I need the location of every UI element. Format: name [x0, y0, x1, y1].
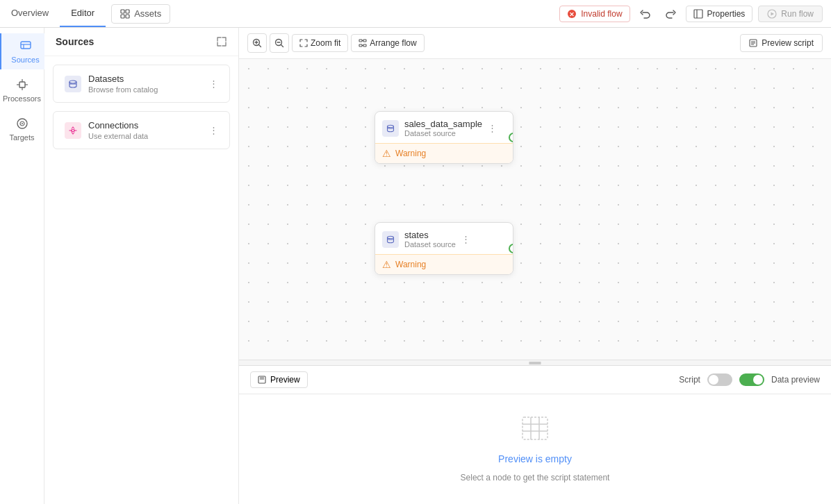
node1-connector[interactable]: [509, 133, 513, 142]
warning1-icon: ⚠: [382, 148, 391, 159]
connections-svg: [68, 126, 78, 135]
connections-title: Connections: [88, 120, 202, 131]
canvas-area: Zoom fit Arrange flow: [239, 28, 831, 360]
script-icon: [749, 39, 757, 47]
datasets-card[interactable]: Datasets Browse from catalog ⋮: [53, 65, 230, 103]
svg-line-30: [281, 45, 283, 47]
properties-button[interactable]: Properties: [686, 6, 753, 22]
svg-point-20: [22, 123, 23, 124]
sources-icon: [19, 39, 33, 53]
connections-menu[interactable]: ⋮: [209, 125, 218, 135]
empty-desc: Select a node to get the script statemen…: [461, 473, 610, 482]
preview-script-button[interactable]: Preview script: [740, 34, 823, 52]
zoom-in-icon: [252, 38, 262, 48]
sources-panel: Sources Datasets Browse from catalog ⋮: [44, 28, 239, 504]
redo-icon: [665, 8, 676, 19]
dataset-svg: [68, 79, 78, 89]
processors-icon: [15, 78, 29, 92]
canvas-grid[interactable]: sales_data_sample Dataset source ⋮ ⚠ War…: [239, 59, 831, 360]
svg-rect-1: [126, 10, 129, 13]
datasets-title: Datasets: [88, 74, 202, 84]
flow-node-sales[interactable]: sales_data_sample Dataset source ⋮ ⚠ War…: [375, 111, 513, 164]
zoom-in-button[interactable]: [247, 33, 267, 53]
node2-title: states: [404, 230, 456, 240]
datasets-menu[interactable]: ⋮: [209, 78, 218, 89]
tab-editor[interactable]: Editor: [60, 0, 106, 27]
left-nav: Sources Processors Targets: [0, 28, 44, 504]
zoom-fit-icon: [299, 39, 308, 47]
svg-rect-34: [363, 44, 366, 47]
svg-rect-13: [19, 82, 25, 87]
data-preview-toggle[interactable]: [739, 373, 764, 386]
empty-table-icon: [518, 412, 552, 445]
connections-desc: Use external data: [88, 132, 202, 140]
svg-rect-2: [121, 15, 124, 18]
datasets-icon: [65, 76, 81, 92]
bottom-panel: Preview Script Data preview Preview: [239, 365, 831, 504]
properties-icon: [693, 9, 703, 19]
sidebar-item-sources[interactable]: Sources: [0, 33, 44, 69]
svg-text:✕: ✕: [569, 11, 575, 18]
targets-icon: [15, 117, 29, 131]
connections-icon: [65, 122, 81, 139]
svg-rect-33: [359, 44, 362, 47]
svg-marker-9: [771, 12, 775, 15]
assets-icon: [120, 9, 130, 19]
preview-button[interactable]: Preview: [250, 371, 308, 388]
node1-warning: ⚠ Warning: [375, 143, 513, 163]
main-layout: Sources Processors Targets Sources: [0, 28, 831, 504]
split-handle[interactable]: [239, 360, 831, 365]
node1-title: sales_data_sample: [404, 119, 482, 129]
undo-button[interactable]: [636, 4, 655, 24]
zoom-fit-button[interactable]: Zoom fit: [292, 34, 348, 52]
svg-line-27: [259, 45, 261, 47]
svg-rect-10: [21, 42, 31, 49]
zoom-out-button[interactable]: [270, 33, 289, 53]
svg-point-41: [388, 125, 394, 128]
datasets-desc: Browse from catalog: [88, 85, 202, 94]
bottom-toolbar: Preview Script Data preview: [239, 366, 831, 394]
tab-overview[interactable]: Overview: [0, 0, 60, 27]
sources-header: Sources: [44, 28, 238, 56]
node2-connector[interactable]: [509, 244, 513, 253]
preview-icon: [258, 376, 266, 384]
node1-subtitle: Dataset source: [404, 129, 482, 137]
sidebar-item-processors[interactable]: Processors: [3, 72, 42, 108]
flow-node-states[interactable]: states Dataset source ⋮ ⚠ Warning: [375, 222, 513, 275]
sidebar-item-targets[interactable]: Targets: [3, 111, 42, 147]
empty-title: Preview is empty: [498, 453, 572, 464]
sources-title: Sources: [56, 36, 94, 47]
play-icon: [767, 9, 777, 19]
flow-node-states-header: states Dataset source ⋮: [375, 223, 513, 254]
redo-button[interactable]: [661, 4, 680, 24]
right-area: Zoom fit Arrange flow: [239, 28, 831, 504]
arrange-flow-button[interactable]: Arrange flow: [351, 34, 424, 52]
node2-subtitle: Dataset source: [404, 240, 456, 249]
run-flow-button[interactable]: Run flow: [758, 6, 823, 22]
node1-menu[interactable]: ⋮: [488, 123, 497, 133]
expand-icon[interactable]: [216, 36, 227, 47]
arrange-icon: [359, 39, 367, 47]
svg-point-43: [388, 236, 394, 239]
top-bar-right: ✕ Invalid flow Properties: [559, 4, 831, 24]
top-bar: Overview Editor Assets ✕ Invalid flow: [0, 0, 831, 28]
svg-rect-0: [121, 10, 124, 13]
bottom-empty: Preview is empty Select a node to get th…: [239, 394, 831, 499]
node2-text: states Dataset source: [404, 230, 456, 249]
tab-assets-label: Assets: [134, 8, 161, 19]
error-icon: ✕: [567, 9, 577, 19]
tab-assets[interactable]: Assets: [111, 4, 170, 24]
connections-card[interactable]: Connections Use external data ⋮: [53, 111, 230, 149]
svg-point-21: [69, 81, 76, 83]
undo-icon: [640, 8, 651, 19]
datasets-text: Datasets Browse from catalog: [88, 74, 202, 94]
script-toggle[interactable]: [707, 373, 732, 386]
node2-menu[interactable]: ⋮: [461, 234, 470, 244]
canvas-toolbar: Zoom fit Arrange flow: [239, 28, 831, 59]
node1-text: sales_data_sample Dataset source: [404, 119, 482, 137]
warning2-icon: ⚠: [382, 259, 391, 270]
invalid-flow-badge: ✕ Invalid flow: [559, 6, 630, 22]
svg-rect-50: [523, 417, 548, 439]
svg-point-23: [72, 129, 74, 132]
svg-rect-32: [363, 40, 366, 42]
